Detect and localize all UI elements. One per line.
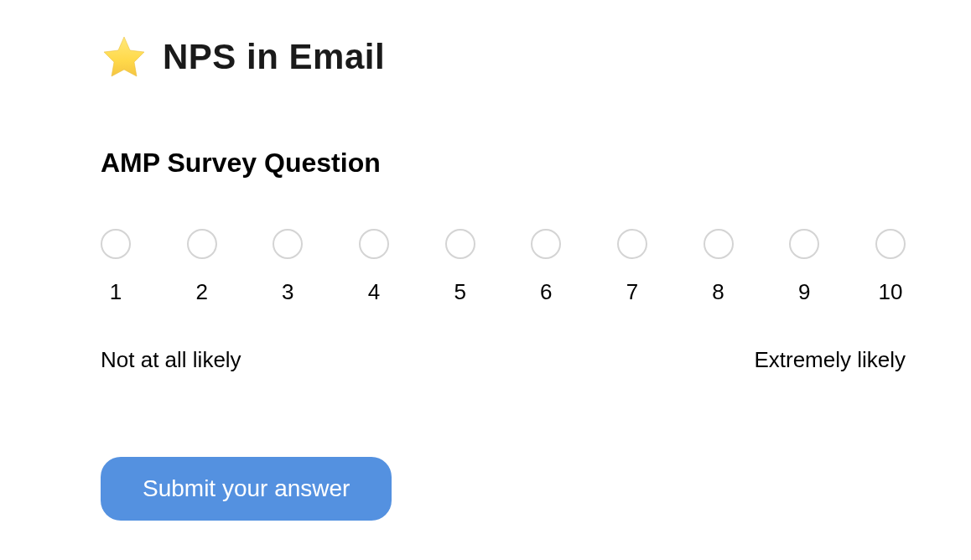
nps-option-10[interactable]: 10 [875,229,906,305]
nps-number: 2 [195,279,207,305]
nps-option-3[interactable]: 3 [273,229,303,305]
radio-icon [187,229,217,259]
submit-button[interactable]: Submit your answer [101,457,392,521]
nps-low-label: Not at all likely [101,347,241,373]
radio-icon [359,229,389,259]
nps-option-8[interactable]: 8 [704,229,734,305]
nps-number: 4 [368,279,380,305]
nps-option-2[interactable]: 2 [187,229,217,305]
radio-icon [617,229,647,259]
page-title: NPS in Email [163,37,385,77]
nps-option-1[interactable]: 1 [101,229,131,305]
radio-icon [789,229,819,259]
star-icon [101,34,148,80]
nps-number: 3 [282,279,293,305]
nps-number: 9 [798,279,810,305]
radio-icon [273,229,303,259]
nps-number: 10 [878,279,902,305]
radio-icon [101,229,131,259]
radio-icon [875,229,906,259]
nps-scale-row: 1 2 3 4 5 6 7 8 9 10 [101,229,906,305]
nps-high-label: Extremely likely [754,347,906,373]
nps-option-4[interactable]: 4 [359,229,389,305]
nps-number: 1 [110,279,122,305]
radio-icon [445,229,475,259]
nps-option-7[interactable]: 7 [617,229,647,305]
survey-question-title: AMP Survey Question [101,148,870,179]
nps-number: 8 [712,279,724,305]
header: NPS in Email [101,34,870,80]
nps-number: 7 [626,279,638,305]
nps-labels-row: Not at all likely Extremely likely [101,347,906,373]
nps-option-5[interactable]: 5 [445,229,475,305]
nps-option-9[interactable]: 9 [789,229,819,305]
radio-icon [531,229,561,259]
nps-number: 5 [454,279,465,305]
nps-option-6[interactable]: 6 [531,229,561,305]
nps-number: 6 [540,279,552,305]
radio-icon [704,229,734,259]
